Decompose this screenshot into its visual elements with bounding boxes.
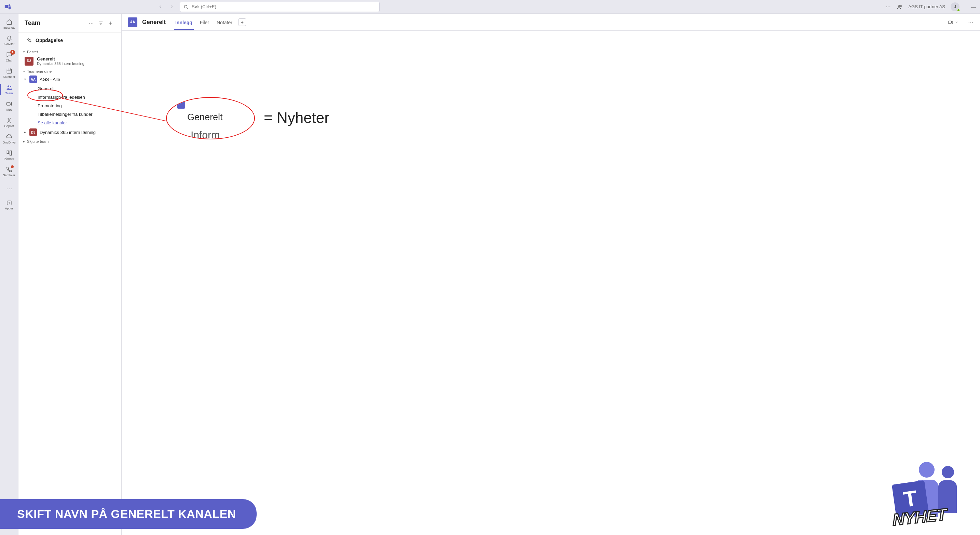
- title-bar: ⋯ AGS IT-partner AS J —: [0, 0, 980, 14]
- svg-point-2: [184, 5, 187, 8]
- rail-onedrive[interactable]: OneDrive: [0, 130, 19, 147]
- chevron-down-icon: [955, 21, 958, 24]
- search-input[interactable]: [192, 4, 376, 9]
- team-avatar: D3: [29, 129, 37, 136]
- rail-more[interactable]: ⋯: [0, 182, 18, 195]
- team-avatar: AA: [29, 76, 37, 83]
- avatar-initial: J: [954, 5, 956, 9]
- chevron-down-icon: ▾: [23, 78, 27, 81]
- svg-point-4: [900, 5, 902, 6]
- team-list-header: Team ⋯: [19, 14, 121, 33]
- rail-aktivitet[interactable]: Aktivitet: [0, 32, 19, 49]
- titlebar-right: ⋯ AGS IT-partner AS J —: [885, 2, 976, 11]
- channel-tilbakemeldinger[interactable]: Tilbakemeldinger fra kunder: [19, 110, 121, 119]
- rail-label: Samtaler: [3, 173, 15, 177]
- tab-innlegg[interactable]: Innlegg: [174, 15, 194, 29]
- channel-topbar: AA Generelt Innlegg Filer Notater + ⋯: [122, 14, 980, 31]
- rail-intranett[interactable]: Intranett: [0, 16, 19, 32]
- back-button[interactable]: [155, 2, 165, 12]
- channel-informasjon[interactable]: Informasjon fra ledelsen: [19, 93, 121, 102]
- rail-label: Copilot: [4, 124, 14, 128]
- zoom-avatar-fragment: [177, 100, 185, 109]
- rail-label: Apper: [5, 207, 13, 210]
- zoom-main-text: Generelt: [187, 112, 223, 123]
- svg-point-1: [8, 4, 11, 6]
- meet-button[interactable]: [948, 19, 958, 25]
- rail-label: Planner: [4, 157, 14, 160]
- headline-banner: SKIFT NAVN PÅ GENERELT KANALEN: [0, 499, 257, 529]
- chevron-down-icon: ▾: [23, 50, 25, 54]
- annotation-equals-nyheter: = Nyheter: [264, 110, 329, 126]
- nyhet-logo: T NYHET: [867, 462, 969, 533]
- rail-label: Møt: [6, 108, 12, 111]
- main-area: AA Generelt Innlegg Filer Notater + ⋯: [122, 14, 980, 535]
- rail-copilot[interactable]: Copilot: [0, 114, 19, 130]
- svg-rect-5: [7, 69, 11, 73]
- team-list-panel: Team ⋯ Oppdagelse ▾Festet D3 Generelt Dy…: [19, 14, 122, 535]
- svg-point-7: [10, 86, 11, 87]
- team-row-dynamics[interactable]: ▸ D3 Dynamics 365 intern løsning: [19, 127, 121, 137]
- team-row-ags[interactable]: ▾ AA AGS - Alle: [19, 74, 121, 84]
- tab-notater[interactable]: Notater: [215, 15, 234, 29]
- search-icon: [183, 5, 188, 9]
- rail-label: Chat: [6, 59, 12, 62]
- pinned-channel[interactable]: D3 Generelt Dynamics 365 intern løsning: [19, 55, 121, 67]
- channel-promotering[interactable]: Promotering: [19, 102, 121, 110]
- rail-planner[interactable]: Planner: [0, 147, 19, 163]
- svg-rect-0: [5, 5, 8, 8]
- titlebar-more-icon[interactable]: ⋯: [885, 3, 891, 10]
- team-avatar: D3: [25, 57, 33, 66]
- channel-more-icon[interactable]: ⋯: [968, 19, 974, 25]
- rail-team[interactable]: Team: [0, 81, 19, 98]
- discover-label: Oppdagelse: [35, 38, 63, 43]
- search-box[interactable]: [180, 2, 380, 12]
- forward-button[interactable]: [167, 2, 177, 12]
- pinned-text: Generelt Dynamics 365 intern løsning: [37, 56, 84, 66]
- rail-chat[interactable]: 1 Chat: [0, 49, 19, 65]
- pinned-section-header[interactable]: ▾Festet: [19, 48, 121, 55]
- zoom-oval: Generelt Inform: [166, 97, 255, 140]
- window-controls: —: [971, 4, 976, 10]
- channel-team-avatar: AA: [128, 17, 137, 27]
- svg-point-6: [8, 86, 9, 87]
- minimize-button[interactable]: —: [971, 4, 976, 10]
- tab-filer[interactable]: Filer: [199, 15, 210, 29]
- channel-title: Generelt: [142, 19, 166, 25]
- call-dot: [11, 165, 14, 168]
- rail-mot[interactable]: Møt: [0, 98, 19, 114]
- rail-label: Aktivitet: [4, 42, 15, 46]
- add-tab-button[interactable]: +: [239, 19, 246, 26]
- chevron-right-icon: ▸: [23, 130, 27, 134]
- chevron-down-icon: ▾: [23, 70, 25, 73]
- hidden-teams-section-header[interactable]: ▸Skjulte team: [19, 137, 121, 144]
- rail-apps[interactable]: Apper: [0, 197, 19, 213]
- svg-point-3: [898, 5, 900, 6]
- team-name: AGS - Alle: [40, 77, 60, 82]
- svg-rect-8: [6, 103, 10, 105]
- section-title: Teamene dine: [27, 69, 52, 73]
- sparkle-icon: [26, 38, 32, 43]
- rail-samtaler[interactable]: Samtaler: [0, 163, 19, 180]
- rail-label: OneDrive: [2, 141, 15, 144]
- team-list-title: Team: [25, 19, 86, 27]
- filter-icon[interactable]: [96, 19, 106, 28]
- rail-kalender[interactable]: Kalender: [0, 65, 19, 81]
- team-name: Dynamics 365 intern løsning: [40, 130, 95, 135]
- user-avatar[interactable]: J: [951, 2, 959, 11]
- chat-badge: 1: [10, 50, 15, 55]
- create-team-icon[interactable]: [106, 19, 115, 28]
- discover-row[interactable]: Oppdagelse: [19, 33, 121, 48]
- channel-generelt[interactable]: Generelt: [19, 84, 121, 93]
- your-teams-section-header[interactable]: ▾Teamene dine: [19, 67, 121, 74]
- search-wrap: [180, 2, 380, 12]
- teams-app-icon: [4, 3, 12, 11]
- people-presence-icon[interactable]: [897, 4, 903, 10]
- teamlist-more-icon[interactable]: ⋯: [86, 19, 96, 28]
- rail-label: Team: [5, 92, 13, 95]
- rail-label: Intranett: [3, 26, 15, 29]
- chevron-right-icon: ▸: [23, 140, 25, 143]
- see-all-channels-link[interactable]: Se alle kanaler: [19, 119, 121, 127]
- section-title: Festet: [27, 50, 38, 54]
- svg-rect-12: [948, 21, 951, 24]
- pinned-name: Generelt: [37, 56, 84, 62]
